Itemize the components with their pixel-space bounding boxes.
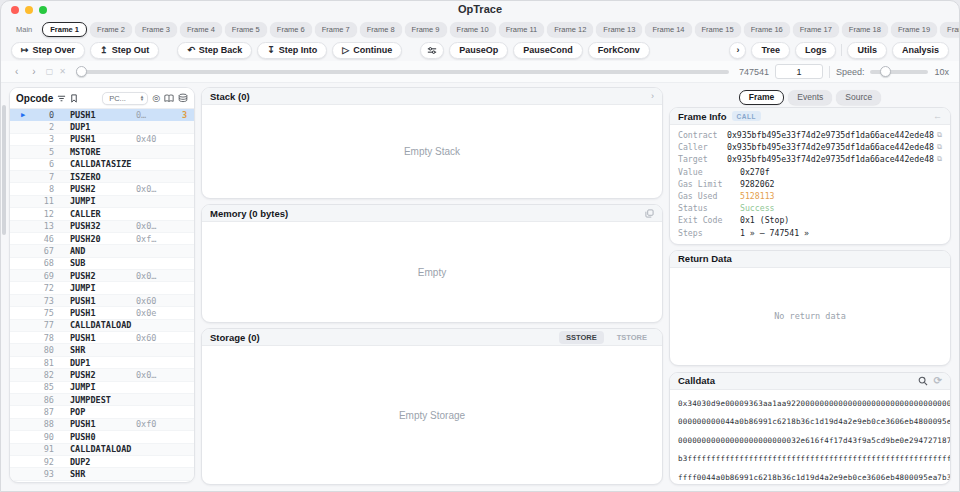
logs-button[interactable]: Logs bbox=[795, 42, 837, 59]
inspector-tab-source[interactable]: Source bbox=[836, 90, 881, 105]
frame-info-value[interactable]: 0x935bfb495e33f74d2e9735df1da66ace442ede… bbox=[727, 130, 942, 140]
tab-frame-10[interactable]: Frame 10 bbox=[450, 22, 496, 37]
tab-frame-14[interactable]: Frame 14 bbox=[645, 22, 691, 37]
sstore-toggle[interactable]: SSTORE bbox=[559, 331, 604, 344]
tab-frame-20[interactable]: Frame 20 bbox=[940, 22, 960, 37]
opcode-row-pc-73[interactable]: 73PUSH10x60 bbox=[10, 295, 194, 307]
tab-frame-13[interactable]: Frame 13 bbox=[596, 22, 642, 37]
frame-info-value[interactable]: 0x935bfb495e33f74d2e9735df1da66ace442ede… bbox=[727, 142, 942, 152]
step-into-button[interactable]: ↧ Step Into bbox=[257, 42, 327, 59]
opcode-row-pc-92[interactable]: 92DUP2 bbox=[10, 456, 194, 468]
opcode-row-pc-91[interactable]: 91CALLDATALOAD bbox=[10, 444, 194, 456]
tab-frame-19[interactable]: Frame 19 bbox=[891, 22, 937, 37]
tab-frame-15[interactable]: Frame 15 bbox=[695, 22, 741, 37]
trace-settings-button[interactable] bbox=[420, 42, 444, 59]
tab-frame-1[interactable]: Frame 1 bbox=[42, 22, 87, 37]
search-calldata-icon[interactable] bbox=[918, 376, 928, 386]
tab-frame-18[interactable]: Frame 18 bbox=[842, 22, 888, 37]
opcode-row-pc-8[interactable]: 8PUSH20x0… bbox=[10, 183, 194, 195]
collapse-stack-icon[interactable]: › bbox=[651, 91, 654, 101]
external-link-icon[interactable]: ⧉ bbox=[937, 131, 942, 139]
step-out-button[interactable]: ↥ Step Out bbox=[90, 42, 159, 59]
tab-frame-9[interactable]: Frame 9 bbox=[405, 22, 447, 37]
tab-frame-5[interactable]: Frame 5 bbox=[225, 22, 267, 37]
opcode-name: MSTORE bbox=[70, 147, 136, 157]
copy-memory-icon[interactable] bbox=[645, 209, 654, 218]
refresh-calldata-icon[interactable]: ⟳ bbox=[934, 375, 942, 386]
tab-frame-8[interactable]: Frame 8 bbox=[360, 22, 402, 37]
opcode-row-pc-46[interactable]: 46PUSH200xf… bbox=[10, 233, 194, 245]
tab-frame-3[interactable]: Frame 3 bbox=[135, 22, 177, 37]
step-back-button[interactable]: ↶ Step Back bbox=[177, 42, 252, 59]
frame-info-row-value: Value0x270f bbox=[678, 166, 942, 178]
opcode-row-pc-7[interactable]: 7ISZERO bbox=[10, 171, 194, 183]
marker-box-icon[interactable]: ▢ bbox=[46, 67, 54, 76]
opcode-row-pc-87[interactable]: 87POP bbox=[10, 406, 194, 418]
opcode-row-pc-78[interactable]: 78PUSH10x60 bbox=[10, 332, 194, 344]
tab-frame-6[interactable]: Frame 6 bbox=[270, 22, 312, 37]
external-link-icon[interactable]: ⧉ bbox=[937, 155, 942, 163]
trace-position-slider[interactable] bbox=[76, 70, 729, 74]
opcode-row-pc-67[interactable]: 67AND bbox=[10, 245, 194, 257]
speed-slider-handle[interactable] bbox=[880, 66, 891, 77]
opcode-row-pc-81[interactable]: 81DUP1 bbox=[10, 357, 194, 369]
step-over-button[interactable]: ↦ Step Over bbox=[11, 42, 85, 59]
opcode-list-scrollbar[interactable] bbox=[2, 105, 6, 235]
opcode-row-pc-75[interactable]: 75PUSH10x0e bbox=[10, 307, 194, 319]
current-step-input[interactable] bbox=[775, 64, 823, 79]
inspector-tab-frame[interactable]: Frame bbox=[739, 90, 785, 105]
pause-cond-button[interactable]: PauseCond bbox=[513, 42, 583, 59]
continue-button[interactable]: ▷ Continue bbox=[332, 42, 402, 59]
opcode-row-pc-90[interactable]: 90PUSH0 bbox=[10, 431, 194, 443]
tab-main[interactable]: Main bbox=[9, 22, 39, 37]
tab-frame-2[interactable]: Frame 2 bbox=[90, 22, 132, 37]
opcode-row-pc-2[interactable]: 2DUP1 bbox=[10, 121, 194, 133]
tab-frame-11[interactable]: Frame 11 bbox=[499, 22, 545, 37]
tree-button[interactable]: Tree bbox=[751, 42, 790, 59]
opcode-row-pc-69[interactable]: 69PUSH20x0… bbox=[10, 270, 194, 282]
opcode-row-pc-86[interactable]: 86JUMPDEST bbox=[10, 394, 194, 406]
tstore-toggle[interactable]: TSTORE bbox=[610, 331, 654, 344]
target-current-icon[interactable]: ◎ bbox=[152, 93, 160, 103]
fork-conv-button[interactable]: ForkConv bbox=[588, 42, 650, 59]
opcode-row-pc-80[interactable]: 80SHR bbox=[10, 344, 194, 356]
book-icon[interactable] bbox=[164, 94, 174, 103]
tab-frame-16[interactable]: Frame 16 bbox=[744, 22, 790, 37]
next-step-button[interactable]: › bbox=[28, 66, 39, 77]
prev-step-button[interactable]: ‹ bbox=[11, 66, 22, 77]
pause-op-button[interactable]: PauseOp bbox=[449, 42, 508, 59]
opcode-row-pc-3[interactable]: 3PUSH10x40 bbox=[10, 134, 194, 146]
opcode-row-pc-6[interactable]: 6CALLDATASIZE bbox=[10, 159, 194, 171]
tab-frame-7[interactable]: Frame 7 bbox=[315, 22, 357, 37]
tab-frame-4[interactable]: Frame 4 bbox=[180, 22, 222, 37]
opcode-row-pc-88[interactable]: 88PUSH10xf0 bbox=[10, 419, 194, 431]
opcode-row-pc-93[interactable]: 93SHR bbox=[10, 468, 194, 480]
external-link-icon[interactable]: ⧉ bbox=[937, 143, 942, 151]
frame-info-value[interactable]: 0x935bfb495e33f74d2e9735df1da66ace442ede… bbox=[727, 154, 942, 164]
layers-icon[interactable] bbox=[178, 93, 188, 103]
expand-panel-button[interactable]: › bbox=[729, 42, 746, 59]
frame-back-icon[interactable]: ← bbox=[933, 111, 942, 121]
analysis-button[interactable]: Analysis bbox=[892, 42, 949, 59]
filter-icon[interactable] bbox=[57, 94, 66, 103]
speed-slider[interactable] bbox=[870, 70, 928, 74]
opcode-row-pc-12[interactable]: 12CALLER bbox=[10, 208, 194, 220]
opcode-row-pc-5[interactable]: 5MSTORE bbox=[10, 146, 194, 158]
trace-position-handle[interactable] bbox=[76, 66, 87, 77]
inspector-tab-events[interactable]: Events bbox=[788, 90, 832, 105]
opcode-row-pc-72[interactable]: 72JUMPI bbox=[10, 282, 194, 294]
opcode-row-pc-0[interactable]: ▶0PUSH10…3 bbox=[10, 109, 194, 121]
bookmark-icon[interactable] bbox=[70, 94, 78, 103]
opcode-row-pc-11[interactable]: 11JUMPI bbox=[10, 196, 194, 208]
utils-button[interactable]: Utils bbox=[847, 42, 887, 59]
opcode-row-pc-85[interactable]: 85JUMPI bbox=[10, 382, 194, 394]
tab-frame-17[interactable]: Frame 17 bbox=[793, 22, 839, 37]
opcode-row-pc-77[interactable]: 77CALLDATALOAD bbox=[10, 320, 194, 332]
opcode-row-pc-82[interactable]: 82PUSH20x0… bbox=[10, 369, 194, 381]
clear-marker-icon[interactable]: ✕ bbox=[59, 67, 66, 76]
tab-frame-12[interactable]: Frame 12 bbox=[547, 22, 593, 37]
opcode-pc: 88 bbox=[30, 419, 54, 429]
opcode-row-pc-13[interactable]: 13PUSH320x0… bbox=[10, 221, 194, 233]
opcode-row-pc-68[interactable]: 68SUB bbox=[10, 258, 194, 270]
pc-mode-select[interactable]: PC... ▲▼ bbox=[102, 92, 148, 105]
